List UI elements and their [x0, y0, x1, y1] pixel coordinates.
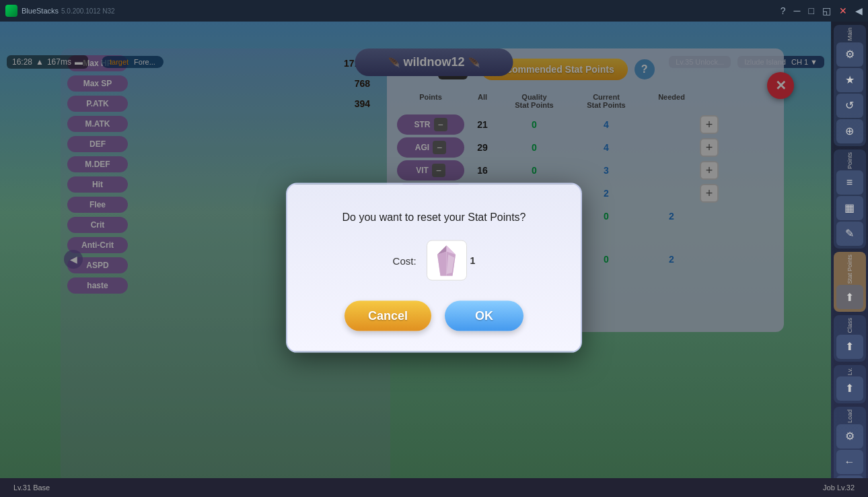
points-btn-3[interactable]: ✎ — [836, 222, 863, 246]
lv-section: Lv. ⬆ — [834, 365, 866, 403]
minimize-icon[interactable]: ─ — [794, 5, 801, 16]
main-btn-star[interactable]: ★ — [836, 68, 863, 92]
load-btn-settings[interactable]: ⚙ — [836, 424, 863, 449]
base-level-info: Lv.31 Base — [13, 484, 50, 492]
bluestacks-title: BlueStacks — [22, 7, 59, 15]
maximize-icon[interactable]: ◱ — [822, 5, 831, 16]
dialog-buttons: Cancel OK — [314, 301, 554, 331]
cancel-button[interactable]: Cancel — [345, 301, 431, 331]
points-section: Points ≡ ▦ ✎ — [834, 150, 866, 249]
restore-icon[interactable]: □ — [809, 5, 814, 16]
points-btn-1[interactable]: ≡ — [836, 170, 863, 195]
main-btn-1[interactable]: ⚙ — [836, 42, 863, 67]
reset-stat-points-dialog: Do you want to reset your Stat Points? C… — [286, 183, 582, 353]
bottom-bar: Lv.31 Base Job Lv.32 — [0, 478, 868, 497]
points-btn-2[interactable]: ▦ — [836, 196, 863, 220]
cost-label: Cost: — [393, 255, 417, 266]
window-controls: ? ─ □ ◱ ✕ ◀ — [781, 5, 863, 16]
main-label: Main — [846, 28, 853, 41]
main-section: Main ⚙ ★ ↺ ⊕ — [834, 25, 866, 146]
stat-points-section: Stat Points ⬆ — [834, 252, 866, 312]
help-icon[interactable]: ? — [781, 5, 786, 16]
bluestacks-logo — [5, 5, 17, 17]
dialog-question-text: Do you want to reset your Stat Points? — [314, 211, 554, 224]
load-btn-back[interactable]: ← — [836, 450, 863, 474]
class-label: Class — [846, 318, 853, 333]
lv-btn[interactable]: ⬆ — [836, 376, 863, 401]
dialog-cost-area: Cost: 1 — [314, 240, 554, 281]
lv-label: Lv. — [846, 368, 853, 375]
bluestacks-bar: BlueStacks 5.0.200.1012 N32 ? ─ □ ◱ ✕ ◀ — [0, 0, 868, 22]
class-section: Class ⬆ — [834, 315, 866, 362]
job-level-info: Job Lv.32 — [823, 484, 855, 492]
load-label: Load — [846, 409, 853, 423]
window-close-icon[interactable]: ✕ — [839, 5, 847, 16]
bluestacks-version: 5.0.200.1012 N32 — [61, 7, 115, 15]
reset-item-icon — [427, 240, 467, 281]
cost-item: 1 — [427, 240, 476, 281]
main-btn-refresh[interactable]: ↺ — [836, 94, 863, 118]
right-panel: Main ⚙ ★ ↺ ⊕ Points ≡ ▦ ✎ Stat Points ⬆ … — [831, 22, 868, 497]
back-icon[interactable]: ◀ — [855, 5, 863, 16]
points-label-right: Points — [846, 152, 853, 169]
item-count: 1 — [470, 255, 476, 266]
crystal-svg — [431, 242, 462, 279]
stat-points-label: Stat Points — [846, 255, 853, 284]
class-btn[interactable]: ⬆ — [836, 335, 863, 359]
game-window: 16:28 ▲ 167ms ▬ target Fore... Lv.35 Unl… — [0, 22, 868, 497]
main-btn-plus[interactable]: ⊕ — [836, 119, 863, 143]
stat-points-btn[interactable]: ⬆ — [836, 285, 863, 309]
ok-button[interactable]: OK — [445, 301, 523, 331]
